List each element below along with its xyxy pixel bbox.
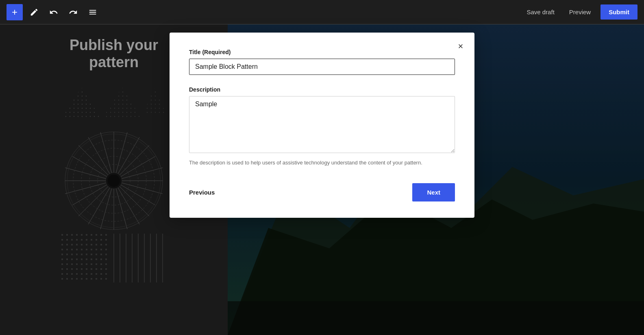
submit-button[interactable]: Submit <box>600 4 637 20</box>
list-view-button[interactable] <box>85 4 101 20</box>
description-label: Description <box>189 86 455 93</box>
save-draft-button[interactable]: Save draft <box>522 5 559 19</box>
pen-tool-button[interactable] <box>26 4 42 20</box>
preview-button[interactable]: Preview <box>564 5 596 19</box>
undo-button[interactable] <box>46 4 62 20</box>
undo-icon <box>49 8 58 17</box>
toolbar-left: + <box>7 4 522 20</box>
modal-close-button[interactable]: × <box>453 39 468 54</box>
title-label: Title (Required) <box>189 49 455 55</box>
publish-modal: × Title (Required) Description Sample Th… <box>170 33 474 218</box>
toolbar-right: Save draft Preview Submit <box>522 4 637 20</box>
redo-button[interactable] <box>65 4 81 20</box>
redo-icon <box>69 8 78 17</box>
modal-footer: Previous Next <box>189 183 455 201</box>
description-textarea[interactable]: Sample <box>189 96 455 153</box>
list-icon <box>88 8 97 17</box>
next-button[interactable]: Next <box>412 183 455 201</box>
pen-icon <box>30 8 39 17</box>
toolbar: + Save draft Preview Submit <box>0 0 644 24</box>
previous-button[interactable]: Previous <box>189 186 215 199</box>
title-input[interactable] <box>189 59 455 75</box>
add-block-button[interactable]: + <box>7 4 23 20</box>
description-helper-text: The description is used to help users of… <box>189 159 455 167</box>
modal-overlay: × Title (Required) Description Sample Th… <box>0 24 644 335</box>
